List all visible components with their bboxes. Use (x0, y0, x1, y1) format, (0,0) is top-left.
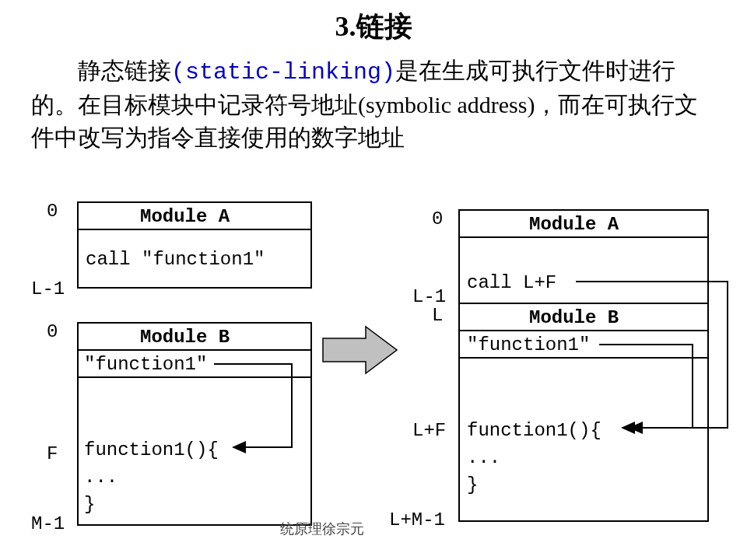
left-b-F: F (47, 443, 58, 464)
page-title: 3.链接 (0, 8, 747, 46)
footer-text: 统原理徐宗元 (280, 520, 364, 538)
left-module-b-body2: ... (84, 467, 117, 488)
right-module-a-title: Module A (529, 214, 619, 235)
left-b-M1: M-1 (31, 513, 65, 534)
para-blue: (static-linking) (171, 59, 395, 86)
right-module-b-body2: ... (467, 447, 500, 468)
right-module-b-title: Module B (529, 307, 619, 328)
right-module-a-call: call L+F (467, 272, 556, 293)
left-a-l1: L-1 (31, 278, 65, 299)
right-module-b-body1: function1(){ (467, 420, 601, 441)
right-module-b-sym: "function1" (467, 334, 590, 355)
right-LF: L+F (412, 420, 446, 441)
left-b-zero: 0 (47, 321, 58, 342)
right-L1: L-1 (412, 286, 446, 307)
left-module-b-body3: } (84, 494, 95, 515)
paragraph: 静态链接(static-linking)是在生成可执行文件时进行的。在目标模块中… (31, 54, 716, 154)
left-module-b-title: Module B (140, 327, 230, 348)
para-pre: 静态链接 (78, 58, 171, 83)
left-module-b-box (78, 323, 311, 525)
left-module-b-body1: function1(){ (84, 439, 219, 460)
right-module-b-body3: } (467, 474, 478, 495)
left-module-a-call: call "function1" (86, 249, 265, 270)
left-module-a-title: Module A (140, 206, 230, 227)
right-LM1: L+M-1 (389, 509, 445, 530)
left-module-b-sym: "function1" (84, 354, 207, 375)
transform-arrow-icon (323, 327, 397, 373)
diagram: Module A call "function1" 0 L-1 Module B… (0, 194, 747, 560)
right-box (459, 210, 708, 521)
left-a-zero: 0 (47, 201, 58, 222)
right-zero: 0 (432, 208, 443, 229)
right-L: L (432, 305, 443, 326)
